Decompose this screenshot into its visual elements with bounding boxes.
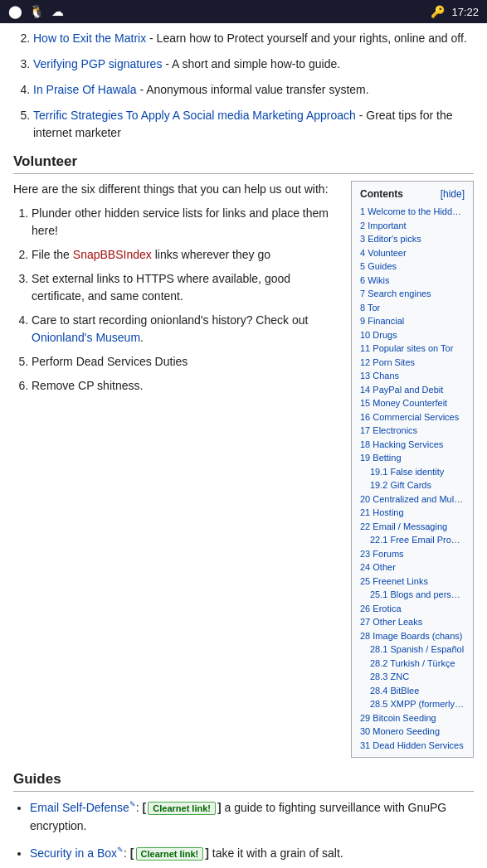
toc-item-1[interactable]: 1 Welcome to the Hidden Wiki <box>360 205 465 219</box>
toc-item-29[interactable]: 29 Bitcoin Seeding <box>360 711 465 725</box>
toc-item-7[interactable]: 7 Search engines <box>360 287 465 301</box>
vol-item-1: Plunder other hidden service lists for l… <box>32 205 341 240</box>
security-in-a-box-desc: take it with a grain of salt. <box>212 846 343 860</box>
security-in-a-box-sup: ✎ <box>117 846 124 854</box>
toc-title: Contents <box>360 187 403 201</box>
toc-item-2[interactable]: 2 Important <box>360 219 465 233</box>
toc-item-19[interactable]: 19 Betting <box>360 451 465 465</box>
toc-item-28[interactable]: 28 Image Boards (chans) <box>360 629 465 643</box>
clearnet-badge-2[interactable]: Clearnet link! <box>136 847 204 861</box>
guides-item-1: Email Self-Defense✎: [Clearnet link!] a … <box>30 798 474 836</box>
toc-item-16[interactable]: 16 Commercial Services <box>360 410 465 424</box>
toc-item-21[interactable]: 21 Hosting <box>360 506 465 520</box>
how-to-exit-link[interactable]: How to Exit the Matrix <box>33 32 146 45</box>
main-numbered-list: How to Exit the Matrix - Learn how to Pr… <box>13 30 474 142</box>
toc-item-9[interactable]: 9 Financial <box>360 314 465 328</box>
toc-item-11[interactable]: 11 Popular sites on Tor <box>360 342 465 356</box>
toc-item-14[interactable]: 14 PayPal and Debit <box>360 383 465 397</box>
toc-item-19-2[interactable]: 19.2 Gift Cards <box>370 478 465 492</box>
security-in-a-box-link[interactable]: Security in a Box <box>30 846 117 860</box>
volunteer-intro: Here are the six different things that y… <box>13 181 341 198</box>
volunteer-heading: Volunteer <box>13 153 474 174</box>
toc-item-20[interactable]: 20 Centralized and Multi-Sig Escrow Mark… <box>360 492 465 507</box>
guides-list: Email Self-Defense✎: [Clearnet link!] a … <box>13 798 474 868</box>
toc-header: Contents [hide] <box>360 187 465 201</box>
guides-heading: Guides <box>13 771 474 792</box>
refresh-icon: ☁ <box>51 4 64 19</box>
toc-item-22-1[interactable]: 22.1 Free Email Providers <box>370 533 465 547</box>
hawala-link[interactable]: In Praise Of Hawala <box>33 83 137 96</box>
toc-item-25-1[interactable]: 25.1 Blogs and personal sites <box>370 588 465 602</box>
list-item-4-text: - Anonymous informal value transfer syst… <box>139 83 368 96</box>
list-item-2: How to Exit the Matrix - Learn how to Pr… <box>33 30 474 47</box>
toc-item-28-2[interactable]: 28.2 Turkish / Türkçe <box>370 657 465 671</box>
toc-item-4[interactable]: 4 Volunteer <box>360 246 465 260</box>
status-bar-right: 🔑 17:22 <box>431 5 479 18</box>
guides-section: Guides Email Self-Defense✎: [Clearnet li… <box>13 771 474 868</box>
list-item-3-text: - A short and simple how-to guide. <box>165 57 340 70</box>
toc-item-28-3[interactable]: 28.3 ZNC <box>370 670 465 684</box>
toc-item-28-4[interactable]: 28.4 BitBlee <box>370 684 465 698</box>
toc-item-6[interactable]: 6 Wikis <box>360 274 465 288</box>
list-item-3: Verifying PGP signatures - A short and s… <box>33 56 474 73</box>
guides-item-2: Security in a Box✎: [Clearnet link!] tak… <box>30 844 474 862</box>
toc-item-28-1[interactable]: 28.1 Spanish / Español <box>370 643 465 657</box>
toc-item-17[interactable]: 17 Electronics <box>360 424 465 438</box>
key-icon: 🔑 <box>431 5 445 18</box>
main-content: How to Exit the Matrix - Learn how to Pr… <box>0 23 487 868</box>
terrific-strategies-link[interactable]: Terrific Strategies To Apply A Social me… <box>33 109 356 122</box>
list-item-2-text: - Learn how to Protect yourself and your… <box>149 32 467 45</box>
toc-item-24[interactable]: 24 Other <box>360 560 465 575</box>
toc-item-12[interactable]: 12 Porn Sites <box>360 356 465 370</box>
volunteer-list: Plunder other hidden service lists for l… <box>13 205 341 395</box>
onionland-link[interactable]: Onionland's Museum <box>32 331 140 344</box>
snapbbsindex-link[interactable]: SnapBBSIndex <box>73 248 152 261</box>
list-item-4: In Praise Of Hawala - Anonymous informal… <box>33 81 474 99</box>
toc-item-26[interactable]: 26 Erotica <box>360 602 465 616</box>
pgp-link[interactable]: Verifying PGP signatures <box>33 57 162 70</box>
toc-item-31[interactable]: 31 Dead Hidden Services <box>360 739 465 753</box>
toc-item-19-1[interactable]: 19.1 False identity <box>370 465 465 479</box>
toc-item-22[interactable]: 22 Email / Messaging <box>360 520 465 534</box>
clock: 17:22 <box>451 6 479 18</box>
vol-item-6: Remove CP shitness. <box>32 377 341 395</box>
toc-item-30[interactable]: 30 Monero Seeding <box>360 725 465 739</box>
vol-item-3: Set external links to HTTPS where availa… <box>32 270 341 305</box>
toc-item-25[interactable]: 25 Freenet Links <box>360 575 465 589</box>
volunteer-text: Here are the six different things that y… <box>13 181 341 758</box>
toc-item-10[interactable]: 10 Drugs <box>360 328 465 342</box>
toc-item-28-5[interactable]: 28.5 XMPP (formerly Jabber) <box>370 697 465 711</box>
email-self-defense-sup: ✎ <box>129 800 136 808</box>
vol-item-2: File the SnapBBSIndex links wherever the… <box>32 246 341 264</box>
toc-item-23[interactable]: 23 Forums <box>360 547 465 561</box>
status-bar-icons: ⬤ 🐧 ☁ <box>8 4 64 19</box>
toc-hide-button[interactable]: [hide] <box>441 187 465 201</box>
toc-item-15[interactable]: 15 Money Counterfeit <box>360 396 465 410</box>
volunteer-layout: Here are the six different things that y… <box>13 181 474 758</box>
status-bar: ⬤ 🐧 ☁ 🔑 17:22 <box>0 0 487 23</box>
drop-icon: 🐧 <box>29 4 45 19</box>
vol-item-5: Perform Dead Services Duties <box>32 353 341 371</box>
circle-icon: ⬤ <box>8 4 22 19</box>
toc-item-13[interactable]: 13 Chans <box>360 369 465 383</box>
toc-item-18[interactable]: 18 Hacking Services <box>360 438 465 452</box>
toc-item-5[interactable]: 5 Guides <box>360 259 465 274</box>
email-self-defense-link[interactable]: Email Self-Defense <box>30 801 129 814</box>
vol-item-4: Care to start recording onionland's hist… <box>32 312 341 347</box>
toc-item-3[interactable]: 3 Editor's picks <box>360 232 465 246</box>
toc-box: Contents [hide] 1 Welcome to the Hidden … <box>351 181 474 758</box>
clearnet-badge-1[interactable]: Clearnet link! <box>148 802 216 815</box>
toc-item-27[interactable]: 27 Other Leaks <box>360 615 465 629</box>
toc-item-8[interactable]: 8 Tor <box>360 301 465 315</box>
list-item-5: Terrific Strategies To Apply A Social me… <box>33 107 474 142</box>
